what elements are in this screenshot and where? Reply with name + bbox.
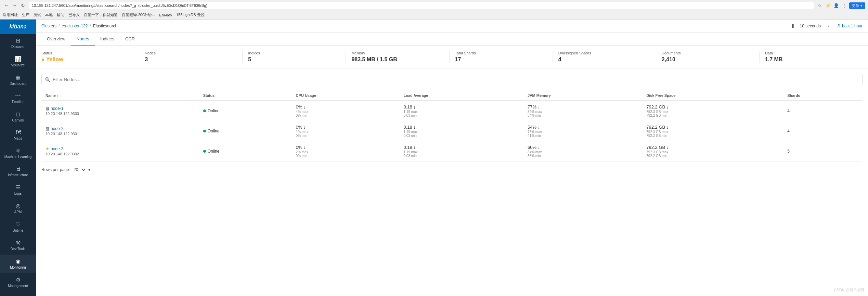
bookmark-item[interactable]: 已导入 (68, 12, 80, 17)
rows-per-page: Rows per page: 20 50 100 ▾ (41, 167, 863, 172)
jvm-metric: 54% ↓ 78% max41% min (528, 125, 638, 138)
col-header-shards: Shards (783, 91, 863, 101)
node-name-link[interactable]: node-2 (51, 126, 63, 131)
sidebar-icon: 📊 (15, 56, 22, 62)
bookmark-btn[interactable]: ☆ (816, 2, 823, 9)
status-dot-icon: ● (41, 56, 46, 62)
jvm-metric: 77% ↓ 89% max54% min (528, 104, 638, 117)
update-button[interactable]: 更新 ▾ (849, 2, 865, 9)
sidebar-icon: ◎ (16, 203, 21, 209)
breadcrumb-clusters[interactable]: Clusters (41, 24, 56, 28)
back-button[interactable]: ← (3, 2, 10, 9)
table-body: ▦node-1 10.20.148.122:9300 Online 0% ↓ 4… (41, 101, 863, 162)
col-header-status: Status (199, 91, 292, 101)
kibana-logo-text: kibana (9, 24, 27, 30)
col-header-name↑[interactable]: Name ↑ (41, 91, 199, 101)
load-metric: 0.18 ↓ 1.19 max0.03 min (403, 125, 519, 138)
cell-jvm: 60% ↓ 84% max38% min (523, 141, 642, 162)
sidebar-item-label: Dashboard (10, 82, 26, 86)
status-dot (203, 130, 206, 132)
sidebar-item-monitoring[interactable]: ◉ Monitoring (0, 255, 36, 273)
address-bar[interactable] (29, 2, 814, 9)
bookmark-item[interactable]: 155LightDB 云控... (176, 12, 208, 17)
breadcrumb-sep2: / (90, 24, 91, 28)
stat-status-value: ● Yellow (41, 56, 133, 63)
bookmark-item[interactable]: 百度翻译-200种语... (122, 12, 155, 17)
rows-per-page-label: Rows per page: (41, 167, 70, 172)
sidebar-icon: ▦ (15, 74, 21, 81)
cell-disk: 792.2 GB ↓ 792.3 GB max792.2 GB min (642, 141, 783, 162)
stat-total-shards: Total Shards 17 (450, 51, 553, 63)
stat-nodes: Nodes 3 (139, 51, 243, 63)
stat-unassigned-shards: Unassigned Shards 4 (553, 51, 656, 63)
stat-data-value: 1.7 MB (765, 56, 857, 63)
table-header-row: Name ↑StatusCPU UsageLoad AverageJVM Mem… (41, 91, 863, 101)
time-range-button[interactable]: ⏱ Last 1 hour (837, 24, 863, 28)
refresh-button[interactable]: ↻ (19, 2, 27, 9)
stat-nodes-value: 3 (145, 56, 237, 63)
menu-btn[interactable]: ⋮ (841, 2, 848, 9)
clock-icon: ⏱ (837, 24, 841, 28)
sidebar-item-discover[interactable]: ⊞ Discover (0, 34, 36, 52)
sidebar-item-apm[interactable]: ◎ APM (0, 199, 36, 218)
table-row: ★node-3 10.20.148.122:9302 Online 0% ↓ 2… (41, 141, 863, 162)
grid-icon: ▦ (46, 106, 49, 111)
sidebar-item-dev-tools[interactable]: ⚒ Dev Tools (0, 236, 36, 255)
rows-per-page-select[interactable]: 20 50 100 (72, 167, 86, 172)
watermark: CSDN @旭日初升 (834, 287, 865, 293)
tab-overview[interactable]: Overview (41, 33, 71, 46)
sidebar-item-management[interactable]: ⚙ Management (0, 273, 36, 292)
stat-status-label: Status (41, 51, 133, 55)
node-name-link[interactable]: node-3 (51, 146, 63, 151)
status-label: Online (208, 108, 220, 113)
prev-time-button[interactable]: ‹ (825, 22, 832, 30)
cell-name: ▦node-2 10.20.148.122:9301 (41, 121, 199, 141)
tab-ccr[interactable]: CCR (120, 33, 140, 46)
sidebar-item-logs[interactable]: ☰ Logs (0, 181, 36, 199)
sidebar-item-label: Uptime (13, 229, 24, 233)
sidebar-icon: ☰ (16, 184, 21, 191)
tab-indices[interactable]: Indices (95, 33, 120, 46)
stat-memory-label: Memory (351, 51, 443, 55)
stat-data: Data 1.7 MB (760, 51, 863, 63)
bookmark-item[interactable]: 常用网址 (3, 12, 18, 17)
extension-btn[interactable]: ⚡ (825, 2, 831, 9)
filter-wrapper: 🔍 (41, 74, 863, 85)
cpu-metric: 0% ↓ 2% max0% min (296, 145, 396, 158)
sidebar-item-maps[interactable]: 🗺 Maps (0, 126, 36, 144)
bookmark-item[interactable]: EM-dev (159, 13, 172, 17)
sidebar-item-canvas[interactable]: ◻ Canvas (0, 107, 36, 126)
kibana-logo[interactable]: kibana (0, 20, 36, 34)
sidebar-item-machine-learning[interactable]: ⚛ Machine Learning (0, 144, 36, 163)
cell-status: Online (199, 101, 292, 121)
table-section: 🔍 Name ↑StatusCPU UsageLoad AverageJVM M… (36, 68, 868, 178)
filter-nodes-input[interactable] (41, 74, 863, 85)
bookmark-item[interactable]: 辅助 (57, 12, 64, 17)
tab-nodes[interactable]: Nodes (71, 33, 95, 46)
account-btn[interactable]: 👤 (833, 2, 840, 9)
sidebar-item-uptime[interactable]: ♡ Uptime (0, 218, 36, 236)
pause-button[interactable]: ⏸ (790, 23, 796, 29)
breadcrumb-cluster[interactable]: es-cluster-122 (62, 24, 88, 28)
node-name-link[interactable]: node-1 (51, 106, 63, 111)
time-range-label: Last 1 hour (842, 24, 863, 28)
col-header-loadaverage: Load Average (399, 91, 523, 101)
forward-button[interactable]: → (11, 2, 18, 9)
cell-load: 0.18 ↓ 1.19 max0.03 min (399, 141, 523, 162)
bookmark-item[interactable]: 测试 (34, 12, 41, 17)
col-header-jvmmemory: JVM Memory (523, 91, 642, 101)
cell-load: 0.18 ↓ 1.19 max0.03 min (399, 121, 523, 141)
cell-status: Online (199, 141, 292, 162)
sidebar-item-label: Machine Learning (4, 155, 32, 159)
sidebar-icon: ⚛ (16, 147, 21, 154)
sidebar-item-visualize[interactable]: 📊 Visualize (0, 52, 36, 71)
sidebar-item-infrastructure[interactable]: 🖥 Infrastructure (0, 163, 36, 181)
col-header-diskfreespace: Disk Free Space (642, 91, 783, 101)
sidebar-item-timelion[interactable]: 〰 Timelion (0, 89, 36, 107)
sidebar-icon: 〰 (15, 93, 21, 99)
bookmark-item[interactable]: 百度一下，你就知道 (84, 12, 118, 17)
stat-total-shards-label: Total Shards (455, 51, 547, 55)
bookmark-item[interactable]: 本地 (45, 12, 53, 17)
sidebar-item-dashboard[interactable]: ▦ Dashboard (0, 71, 36, 89)
bookmark-item[interactable]: 生产 (22, 12, 29, 17)
